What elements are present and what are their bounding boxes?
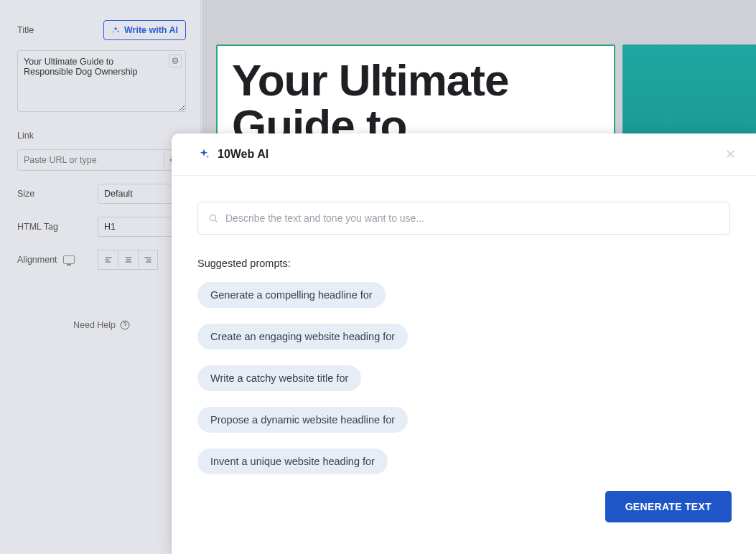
title-textarea[interactable]: [17, 50, 186, 112]
prompt-input[interactable]: [218, 212, 719, 224]
svg-line-14: [215, 220, 218, 222]
svg-point-0: [173, 58, 178, 60]
dialog-header: 10Web AI ✕: [172, 133, 756, 176]
help-icon: [120, 320, 130, 330]
sparkle-icon: [111, 26, 120, 34]
align-right-button[interactable]: [138, 250, 158, 270]
alignment-label: Alignment: [17, 255, 98, 265]
prompt-chip[interactable]: Propose a dynamic website headline for: [197, 407, 408, 433]
size-field: Size Default: [17, 184, 186, 204]
title-textarea-wrap: [17, 50, 186, 115]
link-input-group: [17, 149, 186, 171]
prompt-chip[interactable]: Invent a unique website heading for: [197, 449, 388, 474]
size-label: Size: [17, 189, 98, 199]
sparkle-icon: [197, 148, 210, 161]
title-label: Title: [17, 25, 34, 35]
dialog-title: 10Web AI: [218, 148, 269, 161]
align-center-icon: [124, 255, 133, 264]
svg-point-13: [210, 215, 215, 220]
editor-sidebar: Title Write with AI Link Size Default HT…: [0, 0, 201, 554]
suggested-prompts-list: Generate a compelling headline for Creat…: [197, 282, 730, 474]
align-left-button[interactable]: [98, 250, 118, 270]
write-with-ai-button[interactable]: Write with AI: [103, 20, 186, 40]
responsive-icon[interactable]: [63, 255, 75, 264]
link-field: Link: [17, 131, 186, 171]
prompt-chip[interactable]: Generate a compelling headline for: [197, 282, 386, 308]
suggested-prompts-label: Suggested prompts:: [197, 258, 730, 269]
prompt-chip[interactable]: Write a catchy website title for: [197, 365, 361, 391]
generate-text-button[interactable]: GENERATE TEXT: [605, 491, 732, 522]
title-header: Title Write with AI: [17, 20, 186, 40]
align-center-button[interactable]: [118, 250, 138, 270]
dialog-title-wrap: 10Web AI: [197, 148, 269, 161]
prompt-chip[interactable]: Create an engaging website heading for: [197, 324, 408, 349]
dialog-close-button[interactable]: ✕: [725, 146, 736, 162]
align-right-icon: [144, 255, 152, 264]
database-icon: [172, 57, 179, 65]
need-help-link[interactable]: Need Help: [17, 320, 186, 330]
html-tag-label: HTML Tag: [17, 222, 98, 232]
alignment-field: Alignment: [17, 250, 186, 270]
align-left-icon: [104, 255, 113, 264]
title-field: Title Write with AI: [17, 20, 186, 115]
link-label: Link: [17, 131, 186, 141]
ai-dialog: 10Web AI ✕ Suggested prompts: Generate a…: [172, 133, 756, 554]
write-ai-label: Write with AI: [124, 25, 178, 35]
search-icon: [208, 213, 218, 223]
dialog-footer: GENERATE TEXT: [605, 491, 732, 522]
html-tag-field: HTML Tag H1: [17, 217, 186, 237]
link-input[interactable]: [17, 149, 164, 171]
dynamic-tags-button[interactable]: [169, 55, 182, 67]
dialog-body: Suggested prompts: Generate a compelling…: [172, 176, 756, 474]
prompt-input-wrap: [197, 202, 730, 235]
